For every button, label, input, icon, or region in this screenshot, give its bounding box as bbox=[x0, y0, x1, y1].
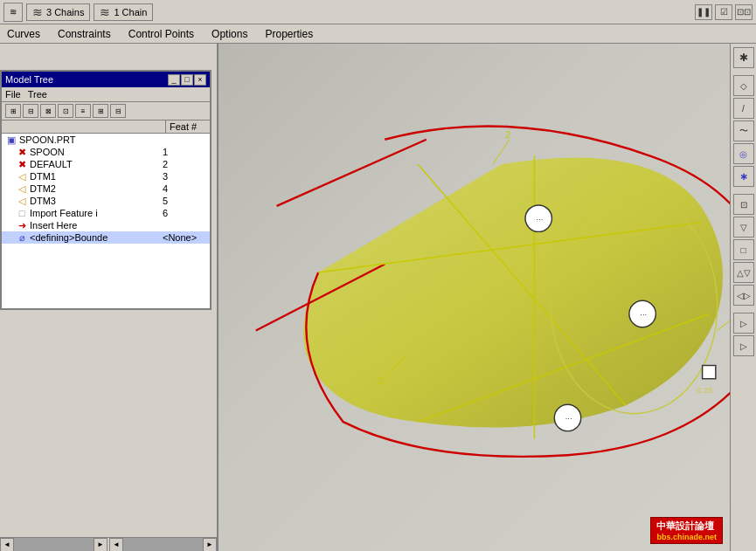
import-icon: □ bbox=[16, 208, 28, 218]
tree-item-feat-dtm2: 4 bbox=[163, 183, 206, 194]
tree-item-dtm2[interactable]: ◁ DTM2 4 bbox=[2, 183, 210, 195]
right-btn-star[interactable]: ✱ bbox=[733, 47, 754, 68]
dim-label-1: 1 bbox=[378, 376, 384, 386]
datum-icon-3: ◁ bbox=[16, 196, 28, 206]
scroll-right-btn[interactable]: ► bbox=[94, 538, 108, 552]
tree-item-insert[interactable]: ➜ Insert Here bbox=[2, 219, 210, 231]
top-toolbar: ≋ ≋ 3 Chains ≋ 1 Chain ❚❚ ☑ ⊡⊡ bbox=[0, 0, 756, 24]
chains-1-button[interactable]: ≋ 1 Chain bbox=[94, 3, 153, 21]
menu-curves[interactable]: Curves bbox=[3, 26, 44, 42]
scroll-right-btn-2[interactable]: ► bbox=[203, 538, 217, 552]
tree-item-name-spoon: SPOON bbox=[30, 147, 163, 157]
tree-item-name-defining: <defining>Bounde bbox=[30, 232, 163, 243]
tree-item-feat-default: 2 bbox=[163, 159, 206, 169]
right-btn-diamond[interactable]: ◇ bbox=[733, 75, 754, 96]
right-btn-arrow-2[interactable]: ▷ bbox=[733, 335, 754, 356]
tree-tool-3[interactable]: ⊠ bbox=[40, 104, 56, 118]
checkbox-1[interactable]: ☑ bbox=[715, 4, 732, 20]
tree-header-feat: Feat # bbox=[166, 121, 210, 133]
model-tree-toolbar: ⊞ ⊟ ⊠ ⊡ ≡ ⊞ ⊟ bbox=[2, 102, 210, 121]
tree-menu-file[interactable]: File bbox=[5, 89, 21, 100]
chain-3-icon: ≋ bbox=[32, 5, 43, 19]
tree-item-name-spoon-prt: SPOON.PRT bbox=[19, 134, 163, 145]
toolbar-icon-1[interactable]: ≋ bbox=[3, 3, 23, 22]
tree-tool-1[interactable]: ⊞ bbox=[5, 104, 21, 118]
right-btn-circle[interactable]: ◎ bbox=[733, 143, 754, 164]
control-square[interactable] bbox=[703, 366, 716, 379]
left-scrollbar: ◄ ► ◄ ► bbox=[0, 537, 217, 551]
tree-tool-2[interactable]: ⊟ bbox=[23, 104, 38, 118]
right-btn-star2[interactable]: ✱ bbox=[733, 166, 754, 187]
chains-1-label: 1 Chain bbox=[114, 7, 147, 17]
menu-properties[interactable]: Properties bbox=[261, 26, 316, 42]
tree-item-dtm1[interactable]: ◁ DTM1 3 bbox=[2, 170, 210, 183]
3d-viewport[interactable]: ··· ··· ··· 2 1 3 0.25 中華設計論壇 bbs.chinad… bbox=[218, 44, 730, 551]
model-tree-title-buttons: _ □ × bbox=[168, 74, 206, 86]
view-options-button[interactable]: ⊡⊡ bbox=[735, 4, 753, 20]
tree-item-dtm3[interactable]: ◁ DTM3 5 bbox=[2, 195, 210, 207]
blend-icon: ⌀ bbox=[16, 232, 28, 243]
scroll-left-btn-2[interactable]: ◄ bbox=[109, 538, 123, 552]
dim-value: 0.25 bbox=[697, 385, 713, 395]
right-btn-square[interactable]: □ bbox=[733, 239, 754, 260]
model-tree-close-btn[interactable]: × bbox=[194, 74, 206, 86]
dim-label-2: 2 bbox=[505, 130, 510, 140]
axis-icon-1: ✖ bbox=[16, 147, 28, 157]
tree-item-defining[interactable]: ⌀ <defining>Bounde <None> bbox=[2, 231, 210, 244]
tree-item-feat-import: 6 bbox=[163, 208, 206, 218]
tree-item-feat-spoon: 1 bbox=[163, 147, 206, 157]
tree-item-name-default: DEFAULT bbox=[30, 159, 163, 169]
right-sidebar: ✱ ◇ / 〜 ◎ ✱ ⊡ ▽ □ △▽ ◁▷ ▷ ▷ bbox=[730, 44, 756, 551]
chains-3-button[interactable]: ≋ 3 Chains bbox=[26, 3, 90, 21]
model-tree-restore-btn[interactable]: □ bbox=[181, 74, 193, 86]
3d-shape-svg: ··· ··· ··· 2 1 3 0.25 bbox=[218, 44, 730, 551]
tree-item-spoon[interactable]: ✖ SPOON 1 bbox=[2, 146, 210, 158]
main-area: Curve : Model Tree _ □ × File Tree ⊞ ⊟ ⊠… bbox=[0, 44, 756, 551]
right-btn-left-right[interactable]: ◁▷ bbox=[733, 285, 754, 306]
right-btn-box[interactable]: ⊡ bbox=[733, 194, 754, 215]
axis-icon-2: ✖ bbox=[16, 159, 28, 169]
insert-icon: ➜ bbox=[16, 220, 28, 231]
control-point-2-dots: ··· bbox=[640, 309, 647, 319]
model-tree-title: Model Tree bbox=[5, 74, 53, 85]
pause-button[interactable]: ❚❚ bbox=[695, 4, 712, 20]
scroll-left-btn[interactable]: ◄ bbox=[0, 538, 14, 552]
control-point-1-dots: ··· bbox=[536, 214, 543, 224]
right-btn-up-down-triangle[interactable]: △▽ bbox=[733, 262, 754, 283]
tree-item-feat-defining: <None> bbox=[163, 232, 206, 243]
tree-item-name-insert: Insert Here bbox=[30, 220, 163, 231]
scroll-track-2[interactable] bbox=[123, 538, 203, 552]
watermark-line1: 中華設計論壇 bbox=[656, 520, 717, 533]
tree-item-name-dtm2: DTM2 bbox=[30, 183, 163, 194]
watermark: 中華設計論壇 bbs.chinade.net bbox=[650, 517, 723, 544]
tree-tool-7[interactable]: ⊟ bbox=[110, 104, 126, 118]
right-btn-down-triangle[interactable]: ▽ bbox=[733, 217, 754, 238]
model-tree-minimize-btn[interactable]: _ bbox=[168, 74, 180, 86]
tree-tool-4[interactable]: ⊡ bbox=[58, 104, 73, 118]
scroll-track[interactable] bbox=[14, 538, 94, 552]
tree-item-import[interactable]: □ Import Feature i 6 bbox=[2, 207, 210, 219]
tree-header-name bbox=[2, 121, 166, 133]
tree-menu-tree[interactable]: Tree bbox=[28, 89, 47, 100]
dim-line-3 bbox=[718, 314, 730, 331]
tree-item-name-import: Import Feature i bbox=[30, 208, 163, 218]
menu-constraints[interactable]: Constraints bbox=[54, 26, 114, 42]
left-panel: Curve : Model Tree _ □ × File Tree ⊞ ⊟ ⊠… bbox=[0, 44, 218, 551]
right-btn-slash[interactable]: / bbox=[733, 98, 754, 119]
tree-item-default[interactable]: ✖ DEFAULT 2 bbox=[2, 158, 210, 170]
tree-tool-6[interactable]: ⊞ bbox=[93, 104, 108, 118]
menu-control-points[interactable]: Control Points bbox=[125, 26, 198, 42]
datum-icon-1: ◁ bbox=[16, 171, 28, 182]
model-tree-content: ▣ SPOON.PRT ✖ SPOON 1 ✖ DEFAULT 2 bbox=[2, 134, 210, 308]
red-line-left bbox=[277, 140, 427, 206]
chain-1-icon: ≋ bbox=[100, 5, 110, 19]
tree-item-feat-dtm1: 3 bbox=[163, 171, 206, 182]
right-btn-arrow-1[interactable]: ▷ bbox=[733, 313, 754, 334]
right-btn-curve[interactable]: 〜 bbox=[733, 121, 754, 141]
menu-options[interactable]: Options bbox=[208, 26, 251, 42]
folder-icon: ▣ bbox=[5, 134, 17, 145]
tree-tool-5[interactable]: ≡ bbox=[75, 104, 91, 118]
model-tree-titlebar: Model Tree _ □ × bbox=[2, 72, 210, 87]
tree-item-spoon-prt[interactable]: ▣ SPOON.PRT bbox=[2, 134, 210, 146]
datum-icon-2: ◁ bbox=[16, 183, 28, 194]
